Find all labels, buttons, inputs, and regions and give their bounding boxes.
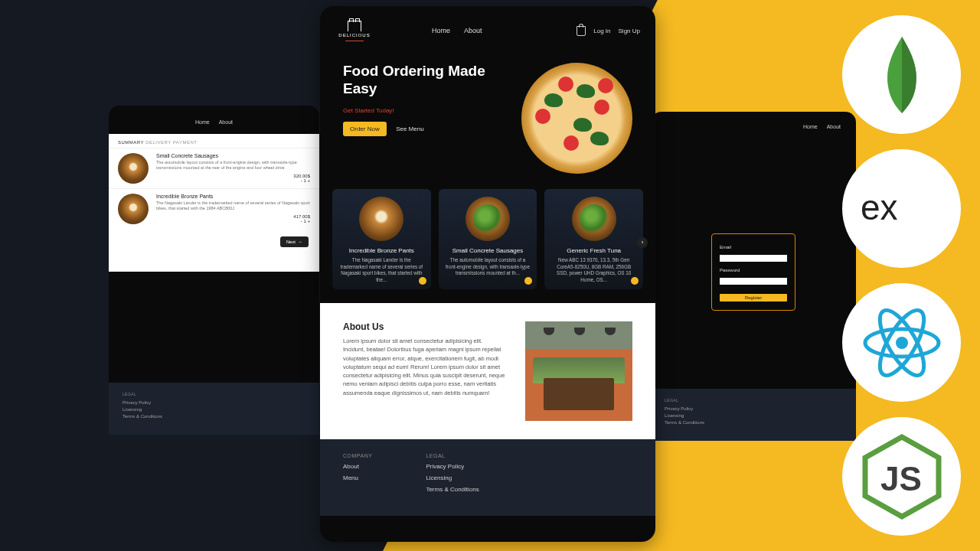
qty-stepper[interactable]: - 1 + [301, 219, 310, 223]
hero-headline: Food Ordering Made Easy [343, 63, 514, 98]
register-panel: Home About Email Password Register LEGAL… [651, 112, 856, 441]
add-icon[interactable] [524, 277, 532, 285]
product-image [572, 197, 616, 241]
react-icon [842, 283, 961, 402]
footer-heading: LEGAL [665, 398, 842, 403]
login-link[interactable]: Log In [593, 28, 610, 34]
cart-item: Small Concrete Sausages The automobile l… [109, 148, 319, 188]
cart-item: Incredible Bronze Pants The Nagasaki Lan… [109, 188, 319, 229]
footer-link[interactable]: Terms & Conditions [665, 420, 842, 425]
svg-text:JS: JS [880, 460, 922, 497]
footer-link[interactable]: Licensing [426, 474, 479, 481]
about-heading: About Us [343, 321, 505, 332]
step-payment[interactable]: PAYMENT [173, 140, 198, 145]
footer-link[interactable]: Privacy Policy [426, 463, 479, 470]
nav-home[interactable]: Home [195, 119, 210, 125]
order-now-button[interactable]: Order Now [343, 122, 387, 136]
next-button[interactable]: Next → [280, 236, 309, 247]
footer-link[interactable]: Licensing [122, 407, 305, 412]
brand-logo[interactable]: DELICIOUS [335, 17, 374, 44]
product-image [466, 197, 510, 241]
main-panel: DELICIOUS Home About Log In Sign Up Food… [320, 6, 655, 542]
item-desc: The Nagasaki Lander is the trademarked n… [156, 201, 310, 211]
footer-link[interactable]: Licensing [665, 413, 842, 418]
dish-image [118, 194, 149, 224]
nav-about[interactable]: About [464, 27, 482, 34]
see-menu-link[interactable]: See Menu [396, 126, 423, 132]
product-desc: The Nagasaki Lander is the trademarked n… [338, 257, 425, 283]
footer-heading: COMPANY [343, 453, 372, 458]
step-summary[interactable]: SUMMARY [118, 140, 144, 145]
product-desc: The automobile layout consists of a fron… [445, 257, 531, 277]
about-image [525, 321, 632, 421]
checkout-stepper: SUMMARY DELIVERY PAYMENT [109, 134, 319, 148]
add-icon[interactable] [419, 277, 426, 285]
item-title: Incredible Bronze Pants [156, 194, 310, 199]
dish-image [118, 153, 149, 184]
password-label: Password [720, 268, 787, 272]
cart-panel: Home About SUMMARY DELIVERY PAYMENT Smal… [109, 106, 319, 435]
about-section: About Us Lorem ipsum dolor sit amet cons… [320, 303, 655, 439]
email-label: Email [720, 245, 787, 249]
footer-link[interactable]: Privacy Policy [122, 400, 305, 405]
add-icon[interactable] [631, 277, 639, 285]
item-desc: The automobile layout consists of a fron… [156, 160, 310, 171]
product-title: Small Concrete Sausages [445, 247, 531, 254]
nav-about[interactable]: About [219, 119, 233, 125]
express-icon: ex [842, 149, 961, 268]
about-body: Lorem ipsum dolor sit amet consectetur a… [343, 337, 505, 397]
register-form: Email Password Register [711, 233, 795, 311]
product-card[interactable]: Incredible Bronze Pants The Nagasaki Lan… [332, 189, 431, 289]
svg-point-1 [896, 337, 908, 349]
main-footer: COMPANY About Menu LEGAL Privacy Policy … [320, 439, 655, 516]
product-title: Incredible Bronze Pants [338, 247, 425, 254]
product-image [359, 197, 403, 241]
step-delivery[interactable]: DELIVERY [145, 140, 171, 145]
footer-link[interactable]: Terms & Conditions [122, 414, 305, 419]
nav-home[interactable]: Home [432, 27, 450, 34]
tech-stack: ex JS [842, 15, 961, 536]
carousel-next-icon[interactable]: › [637, 237, 648, 248]
cart-icon[interactable] [577, 26, 586, 36]
product-carousel: Incredible Bronze Pants The Nagasaki Lan… [320, 189, 655, 289]
nav-home[interactable]: Home [803, 124, 818, 129]
item-title: Small Concrete Sausages [156, 153, 310, 158]
register-button[interactable]: Register [720, 294, 787, 302]
product-card[interactable]: Small Concrete Sausages The automobile l… [439, 189, 537, 289]
footer-link[interactable]: Menu [343, 474, 372, 481]
footer-link[interactable]: Privacy Policy [665, 406, 842, 411]
mongodb-icon [842, 15, 961, 134]
footer-link[interactable]: About [343, 463, 372, 470]
product-desc: New ABC 13 9370, 13.3, 5th Gen CoreA5-82… [550, 257, 637, 283]
hero-tagline: Get Started Today! [343, 107, 514, 114]
password-field[interactable] [720, 278, 787, 285]
footer-heading: LEGAL [122, 392, 305, 396]
nav-about[interactable]: About [827, 124, 841, 129]
product-card[interactable]: Generic Fresh Tuna New ABC 13 9370, 13.3… [544, 189, 643, 289]
qty-stepper[interactable]: - 1 + [301, 178, 310, 183]
hero-pizza-image [521, 63, 632, 174]
nodejs-icon: JS [842, 417, 961, 536]
signup-link[interactable]: Sign Up [619, 28, 640, 34]
footer-heading: LEGAL [426, 453, 479, 458]
svg-text:ex: ex [861, 187, 898, 227]
product-title: Generic Fresh Tuna [550, 247, 637, 254]
email-field[interactable] [720, 255, 787, 262]
footer-link[interactable]: Terms & Conditions [426, 486, 479, 493]
